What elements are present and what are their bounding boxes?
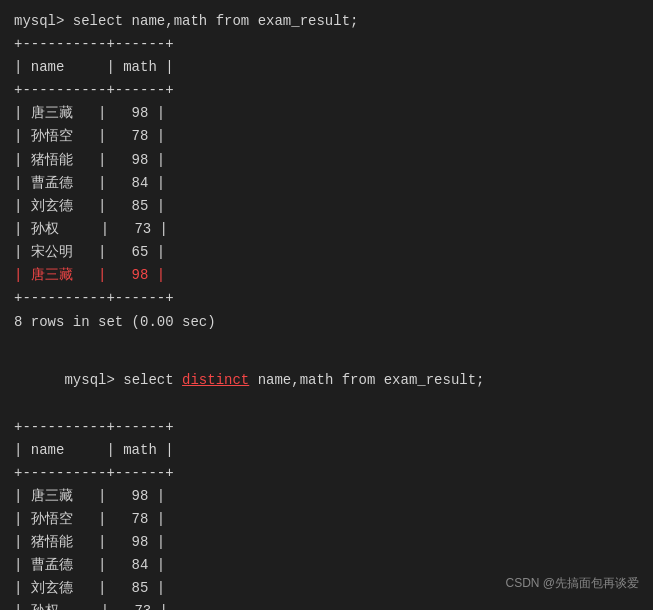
table-row: | 唐三藏 | 98 | (14, 485, 639, 508)
query2-border-mid: +----------+------+ (14, 462, 639, 485)
query2-prompt: mysql> select distinct name,math from ex… (14, 346, 639, 415)
query1-border-bot: +----------+------+ (14, 287, 639, 310)
query2-prompt-before: mysql> select (64, 372, 182, 388)
table-row: | 曹孟德 | 84 | (14, 554, 639, 577)
terminal: mysql> select name,math from exam_result… (14, 10, 639, 610)
table-row: | 曹孟德 | 84 | (14, 172, 639, 195)
table-row: | 猪悟能 | 98 | (14, 531, 639, 554)
query1-rows: | 唐三藏 | 98 || 孙悟空 | 78 || 猪悟能 | 98 || 曹孟… (14, 102, 639, 287)
table-row: | 孙悟空 | 78 | (14, 125, 639, 148)
table-row: | 刘玄德 | 85 | (14, 195, 639, 218)
query2-header: | name | math | (14, 439, 639, 462)
table-row: | 唐三藏 | 98 | (14, 102, 639, 125)
watermark: CSDN @先搞面包再谈爱 (505, 575, 639, 592)
table-row: | 宋公明 | 65 | (14, 241, 639, 264)
query1-border-mid: +----------+------+ (14, 79, 639, 102)
table-row: | 唐三藏 | 98 | (14, 264, 639, 287)
table-row: | 猪悟能 | 98 | (14, 149, 639, 172)
query1-section: mysql> select name,math from exam_result… (14, 10, 639, 330)
query2-prompt-after: name,math from exam_result; (249, 372, 484, 388)
query1-border-top: +----------+------+ (14, 33, 639, 56)
query1-prompt-text: mysql> select name,math from exam_result… (14, 13, 358, 29)
table-row: | 孙权 | 73 | (14, 600, 639, 610)
table-row: | 孙悟空 | 78 | (14, 508, 639, 531)
query2-keyword: distinct (182, 372, 249, 388)
query2-section: mysql> select distinct name,math from ex… (14, 346, 639, 610)
query2-border-top: +----------+------+ (14, 416, 639, 439)
query1-result-info: 8 rows in set (0.00 sec) (14, 314, 639, 330)
table-row: | 孙权 | 73 | (14, 218, 639, 241)
query1-prompt: mysql> select name,math from exam_result… (14, 10, 639, 33)
query1-header: | name | math | (14, 56, 639, 79)
